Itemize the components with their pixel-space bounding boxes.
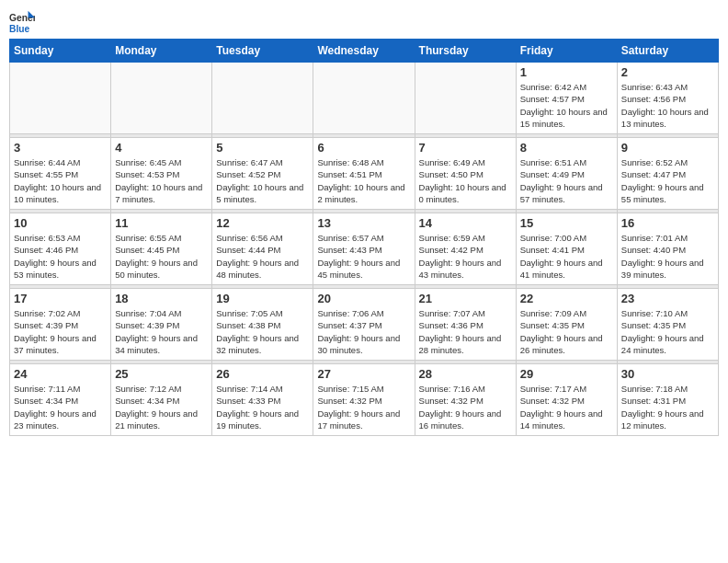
day-number: 2 [621, 65, 714, 79]
day-number: 26 [216, 367, 309, 381]
day-number: 10 [14, 216, 107, 230]
day-number: 14 [419, 216, 512, 230]
day-info: Sunrise: 6:45 AMSunset: 4:53 PMDaylight:… [115, 156, 208, 205]
calendar-cell: 23Sunrise: 7:10 AMSunset: 4:35 PMDayligh… [617, 289, 718, 361]
day-info: Sunrise: 7:04 AMSunset: 4:39 PMDaylight:… [115, 307, 208, 356]
calendar-cell [10, 63, 111, 134]
day-number: 25 [115, 367, 208, 381]
day-info: Sunrise: 6:43 AMSunset: 4:56 PMDaylight:… [621, 81, 714, 130]
calendar-cell: 25Sunrise: 7:12 AMSunset: 4:34 PMDayligh… [111, 364, 212, 436]
day-number: 6 [317, 141, 410, 155]
calendar-week-4: 17Sunrise: 7:02 AMSunset: 4:39 PMDayligh… [10, 289, 719, 361]
day-number: 28 [419, 367, 512, 381]
calendar-week-5: 24Sunrise: 7:11 AMSunset: 4:34 PMDayligh… [10, 364, 719, 436]
day-info: Sunrise: 7:15 AMSunset: 4:32 PMDaylight:… [317, 383, 410, 431]
calendar-cell: 6Sunrise: 6:48 AMSunset: 4:51 PMDaylight… [313, 138, 415, 210]
day-number: 7 [419, 141, 512, 155]
page-container: General Blue SundayMondayTuesdayWednesda… [0, 0, 728, 441]
calendar-cell: 18Sunrise: 7:04 AMSunset: 4:39 PMDayligh… [111, 289, 212, 361]
day-number: 21 [419, 292, 512, 305]
day-number: 12 [216, 216, 309, 230]
calendar-cell: 14Sunrise: 6:59 AMSunset: 4:42 PMDayligh… [415, 213, 516, 285]
day-number: 19 [216, 292, 309, 305]
calendar-cell: 15Sunrise: 7:00 AMSunset: 4:41 PMDayligh… [516, 213, 617, 285]
day-info: Sunrise: 7:10 AMSunset: 4:35 PMDaylight:… [621, 307, 714, 356]
day-number: 24 [14, 367, 107, 381]
col-header-friday: Friday [516, 40, 617, 63]
calendar-cell: 19Sunrise: 7:05 AMSunset: 4:38 PMDayligh… [212, 289, 313, 361]
day-info: Sunrise: 7:09 AMSunset: 4:35 PMDaylight:… [520, 307, 613, 356]
col-header-saturday: Saturday [617, 40, 718, 63]
day-number: 13 [317, 216, 410, 230]
col-header-tuesday: Tuesday [212, 40, 313, 63]
day-info: Sunrise: 7:12 AMSunset: 4:34 PMDaylight:… [115, 383, 208, 431]
calendar-cell [212, 63, 313, 134]
calendar-cell: 10Sunrise: 6:53 AMSunset: 4:46 PMDayligh… [10, 213, 111, 285]
header: General Blue [9, 9, 719, 35]
day-info: Sunrise: 7:14 AMSunset: 4:33 PMDaylight:… [216, 383, 309, 431]
calendar-cell: 22Sunrise: 7:09 AMSunset: 4:35 PMDayligh… [516, 289, 617, 361]
day-number: 17 [14, 292, 107, 305]
day-number: 4 [115, 141, 208, 155]
day-number: 30 [621, 367, 714, 381]
day-info: Sunrise: 7:02 AMSunset: 4:39 PMDaylight:… [14, 307, 107, 356]
day-info: Sunrise: 7:18 AMSunset: 4:31 PMDaylight:… [621, 383, 714, 431]
calendar-cell: 17Sunrise: 7:02 AMSunset: 4:39 PMDayligh… [10, 289, 111, 361]
day-info: Sunrise: 7:00 AMSunset: 4:41 PMDaylight:… [520, 232, 613, 281]
calendar-week-1: 1Sunrise: 6:42 AMSunset: 4:57 PMDaylight… [10, 63, 719, 134]
calendar-cell: 20Sunrise: 7:06 AMSunset: 4:37 PMDayligh… [313, 289, 415, 361]
day-number: 11 [115, 216, 208, 230]
logo: General Blue [9, 9, 37, 35]
col-header-thursday: Thursday [415, 40, 516, 63]
col-header-wednesday: Wednesday [313, 40, 415, 63]
day-info: Sunrise: 6:59 AMSunset: 4:42 PMDaylight:… [419, 232, 512, 281]
day-info: Sunrise: 6:51 AMSunset: 4:49 PMDaylight:… [520, 156, 613, 205]
day-info: Sunrise: 6:49 AMSunset: 4:50 PMDaylight:… [419, 156, 512, 205]
day-info: Sunrise: 7:06 AMSunset: 4:37 PMDaylight:… [317, 307, 410, 356]
day-info: Sunrise: 6:57 AMSunset: 4:43 PMDaylight:… [317, 232, 410, 281]
day-number: 16 [621, 216, 714, 230]
day-info: Sunrise: 7:17 AMSunset: 4:32 PMDaylight:… [520, 383, 613, 431]
day-info: Sunrise: 7:01 AMSunset: 4:40 PMDaylight:… [621, 232, 714, 281]
calendar-cell: 21Sunrise: 7:07 AMSunset: 4:36 PMDayligh… [415, 289, 516, 361]
day-number: 23 [621, 292, 714, 305]
calendar-cell [313, 63, 415, 134]
calendar-cell: 27Sunrise: 7:15 AMSunset: 4:32 PMDayligh… [313, 364, 415, 436]
calendar-cell: 28Sunrise: 7:16 AMSunset: 4:32 PMDayligh… [415, 364, 516, 436]
day-number: 18 [115, 292, 208, 305]
day-number: 27 [317, 367, 410, 381]
day-info: Sunrise: 6:42 AMSunset: 4:57 PMDaylight:… [520, 81, 613, 130]
day-info: Sunrise: 7:11 AMSunset: 4:34 PMDaylight:… [14, 383, 107, 431]
day-number: 9 [621, 141, 714, 155]
calendar-cell: 26Sunrise: 7:14 AMSunset: 4:33 PMDayligh… [212, 364, 313, 436]
calendar-cell: 11Sunrise: 6:55 AMSunset: 4:45 PMDayligh… [111, 213, 212, 285]
day-number: 29 [520, 367, 613, 381]
day-number: 8 [520, 141, 613, 155]
calendar-cell: 7Sunrise: 6:49 AMSunset: 4:50 PMDaylight… [415, 138, 516, 210]
calendar-cell: 2Sunrise: 6:43 AMSunset: 4:56 PMDaylight… [617, 63, 718, 134]
day-number: 20 [317, 292, 410, 305]
calendar-cell: 13Sunrise: 6:57 AMSunset: 4:43 PMDayligh… [313, 213, 415, 285]
day-info: Sunrise: 6:55 AMSunset: 4:45 PMDaylight:… [115, 232, 208, 281]
day-number: 1 [520, 65, 613, 79]
calendar-cell [111, 63, 212, 134]
day-info: Sunrise: 6:56 AMSunset: 4:44 PMDaylight:… [216, 232, 309, 281]
calendar-cell: 29Sunrise: 7:17 AMSunset: 4:32 PMDayligh… [516, 364, 617, 436]
day-info: Sunrise: 7:05 AMSunset: 4:38 PMDaylight:… [216, 307, 309, 356]
col-header-monday: Monday [111, 40, 212, 63]
day-info: Sunrise: 7:16 AMSunset: 4:32 PMDaylight:… [419, 383, 512, 431]
day-number: 3 [14, 141, 107, 155]
calendar-cell: 1Sunrise: 6:42 AMSunset: 4:57 PMDaylight… [516, 63, 617, 134]
calendar-cell: 8Sunrise: 6:51 AMSunset: 4:49 PMDaylight… [516, 138, 617, 210]
day-info: Sunrise: 6:48 AMSunset: 4:51 PMDaylight:… [317, 156, 410, 205]
calendar-cell: 24Sunrise: 7:11 AMSunset: 4:34 PMDayligh… [10, 364, 111, 436]
calendar-cell: 5Sunrise: 6:47 AMSunset: 4:52 PMDaylight… [212, 138, 313, 210]
col-header-sunday: Sunday [10, 40, 111, 63]
calendar-table: SundayMondayTuesdayWednesdayThursdayFrid… [9, 39, 719, 436]
day-info: Sunrise: 6:47 AMSunset: 4:52 PMDaylight:… [216, 156, 309, 205]
calendar-cell: 3Sunrise: 6:44 AMSunset: 4:55 PMDaylight… [10, 138, 111, 210]
day-number: 5 [216, 141, 309, 155]
logo-icon: General Blue [9, 9, 35, 35]
day-number: 15 [520, 216, 613, 230]
day-info: Sunrise: 7:07 AMSunset: 4:36 PMDaylight:… [419, 307, 512, 356]
